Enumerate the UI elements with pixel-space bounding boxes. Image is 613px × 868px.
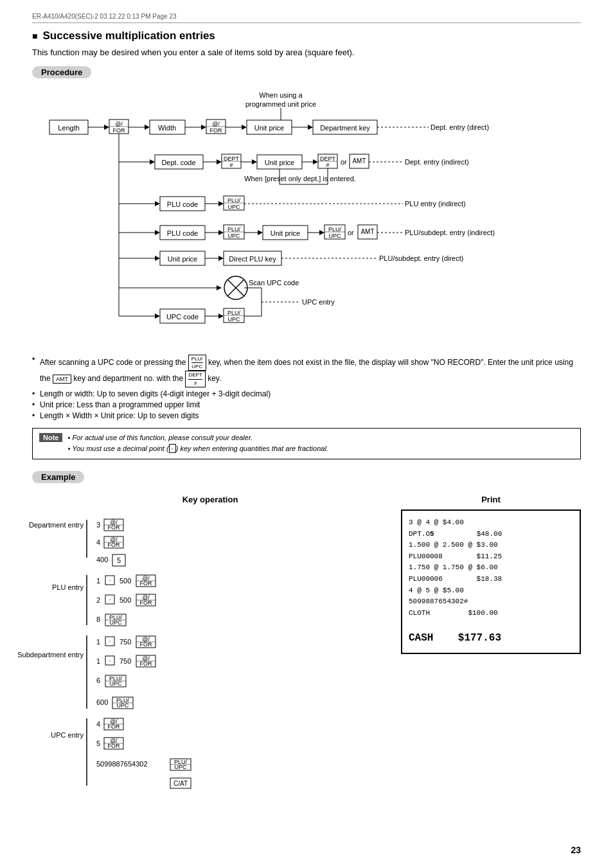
svg-text:UPC: UPC — [174, 764, 187, 770]
svg-text:FOR: FOR — [108, 743, 120, 749]
svg-text:C/AT: C/AT — [173, 780, 188, 787]
key-op-title: Key operation — [32, 495, 388, 504]
svg-text:Unit price: Unit price — [168, 255, 197, 263]
svg-marker-124 — [218, 314, 224, 319]
svg-text:PLU/subdept. entry (direct): PLU/subdept. entry (direct) — [379, 254, 463, 262]
svg-text:5: 5 — [96, 740, 100, 747]
svg-text:FOR: FOR — [140, 641, 152, 648]
note-line-1: • For actual use of this function, pleas… — [67, 432, 328, 444]
svg-text:FOR: FOR — [108, 723, 120, 730]
svg-text:400: 400 — [96, 556, 108, 563]
svg-text:UPC: UPC — [227, 316, 240, 323]
svg-text:Unit price: Unit price — [265, 159, 294, 166]
svg-text:5: 5 — [117, 556, 121, 564]
svg-text:#: # — [229, 162, 233, 168]
svg-text:AMT: AMT — [352, 157, 366, 164]
svg-text:·: · — [109, 637, 111, 645]
procedure-label: Procedure — [32, 66, 91, 78]
svg-text:Department entry: Department entry — [29, 521, 84, 529]
example-header: Example — [32, 471, 581, 490]
svg-text:PLU/: PLU/ — [227, 197, 241, 204]
svg-text:Length: Length — [58, 124, 80, 132]
svg-marker-47 — [313, 159, 318, 164]
example-section: Key operation Department entry 3 @/ FOR … — [32, 495, 581, 794]
svg-marker-80 — [218, 230, 224, 235]
svg-text:Subdepartment entry: Subdepartment entry — [17, 651, 84, 659]
svg-text:@/: @/ — [115, 121, 123, 127]
svg-marker-22 — [242, 125, 247, 130]
svg-text:When [preset only dept.] is en: When [preset only dept.] is entered. — [244, 175, 356, 182]
svg-text:4: 4 — [96, 538, 100, 546]
print-line-3: 1.500 @ 2.500 @ $3.00 — [409, 540, 573, 551]
svg-marker-120 — [155, 314, 160, 319]
svg-text:UPC: UPC — [328, 233, 341, 239]
svg-text:FOR: FOR — [140, 580, 152, 587]
svg-text:5099887654302: 5099887654302 — [96, 760, 148, 768]
svg-text:UPC: UPC — [109, 619, 122, 626]
print-line-5: 1.750 @ 1.750 @ $6.00 — [409, 562, 573, 574]
print-line-2: DPT.O5 $48.00 — [409, 529, 573, 540]
svg-text:PLU/: PLU/ — [328, 226, 342, 233]
svg-text:6: 6 — [96, 677, 100, 684]
bullet-4: Length × Width × Unit price: Up to seven… — [32, 411, 581, 420]
svg-text:FOR: FOR — [140, 599, 152, 606]
page-number: 23 — [571, 845, 581, 855]
svg-text:PLU entry (indirect): PLU entry (indirect) — [405, 200, 466, 208]
svg-text:600: 600 — [96, 698, 108, 706]
svg-text:Dept. entry (direct): Dept. entry (direct) — [431, 123, 489, 131]
section-title: Successive multiplication entries — [32, 30, 581, 42]
svg-text:UPC: UPC — [227, 233, 240, 239]
svg-marker-106 — [218, 256, 224, 261]
print-line-6: PLU00006 $18.38 — [409, 574, 573, 585]
bullet-3: Unit price: Less than a programmed upper… — [32, 400, 581, 409]
svg-text:PLU/: PLU/ — [227, 226, 241, 233]
svg-text:Direct PLU key: Direct PLU key — [229, 255, 276, 263]
svg-text:3: 3 — [96, 521, 100, 529]
svg-text:750: 750 — [120, 638, 131, 646]
svg-text:·: · — [109, 657, 111, 664]
note-content: • For actual use of this function, pleas… — [67, 432, 328, 455]
svg-text:UPC entry: UPC entry — [302, 298, 335, 306]
svg-text:FOR: FOR — [210, 127, 222, 134]
svg-marker-16 — [201, 125, 206, 130]
print-area: Print 3 @ 4 @ $4.00 DPT.O5 $48.00 1.500 … — [401, 495, 581, 794]
diagram-svg: When using a programmed unit price Lengt… — [43, 85, 570, 348]
svg-text:When using a: When using a — [259, 91, 303, 99]
svg-text:Unit price: Unit price — [254, 124, 284, 132]
svg-marker-63 — [155, 201, 160, 206]
svg-text:500: 500 — [120, 577, 131, 585]
svg-text:AMT: AMT — [360, 228, 374, 235]
svg-text:UPC: UPC — [227, 204, 240, 210]
svg-marker-37 — [217, 159, 222, 164]
svg-marker-102 — [155, 256, 160, 261]
svg-marker-113 — [217, 285, 222, 290]
svg-text:Dept. code: Dept. code — [161, 159, 195, 166]
svg-text:Department key: Department key — [320, 124, 370, 132]
svg-marker-43 — [252, 159, 257, 164]
svg-text:Unit price: Unit price — [271, 229, 300, 237]
svg-marker-6 — [104, 125, 109, 130]
svg-text:Dept. entry (indirect): Dept. entry (indirect) — [405, 158, 469, 166]
bullet-list: After scanning a UPC code or pressing th… — [32, 355, 581, 420]
bullet-1: After scanning a UPC code or pressing th… — [32, 355, 581, 387]
print-line-1: 3 @ 4 @ $4.00 — [409, 517, 573, 529]
svg-marker-86 — [258, 230, 263, 235]
svg-text:or: or — [341, 158, 347, 166]
svg-text:FOR: FOR — [108, 524, 120, 531]
svg-marker-76 — [155, 230, 160, 235]
svg-marker-12 — [145, 125, 150, 130]
print-line-blank — [409, 619, 573, 630]
print-title: Print — [401, 495, 581, 504]
svg-text:500: 500 — [120, 596, 131, 604]
svg-text:UPC: UPC — [109, 680, 122, 687]
example-label: Example — [32, 471, 84, 483]
print-line-cash: CASH $177.63 — [409, 630, 573, 647]
note-box: Note • For actual use of this function, … — [32, 428, 581, 459]
section-description: This function may be desired when you en… — [32, 48, 581, 57]
svg-text:4: 4 — [96, 720, 100, 728]
svg-text:programmed unit price: programmed unit price — [245, 100, 316, 108]
svg-text:PLU code: PLU code — [167, 229, 198, 237]
key-operation-svg: Department entry 3 @/ FOR 4 @/ FOR 400 5… — [32, 509, 302, 792]
svg-text:#: # — [326, 162, 329, 168]
svg-text:2: 2 — [96, 596, 100, 604]
